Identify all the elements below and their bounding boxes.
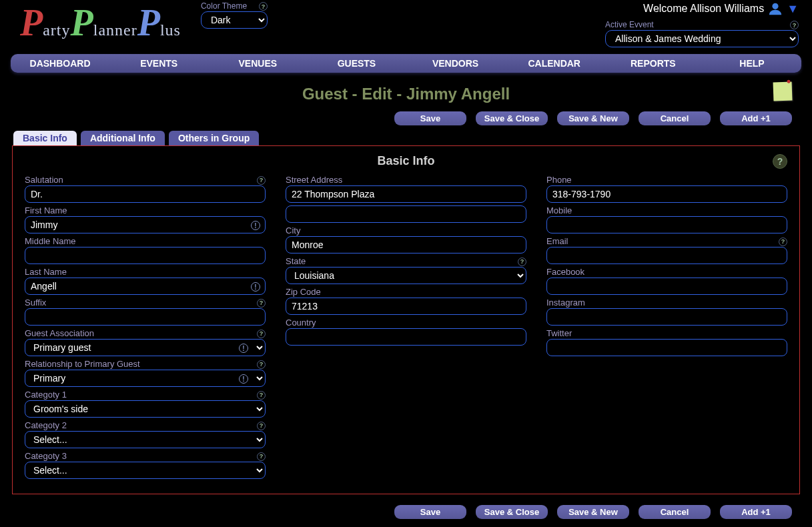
country-input[interactable] [286, 328, 526, 346]
street-address-input[interactable] [286, 185, 526, 203]
mobile-input[interactable] [546, 216, 787, 233]
last-name-input[interactable] [25, 278, 266, 295]
facebook-input[interactable] [546, 278, 787, 295]
middle-name-input[interactable] [25, 247, 266, 264]
add-plus-one-button[interactable]: Add +1 [720, 505, 792, 519]
nav-reports[interactable]: REPORTS [604, 54, 703, 73]
city-input[interactable] [286, 236, 526, 253]
save-new-button[interactable]: Save & New [557, 111, 629, 125]
svg-point-0 [773, 3, 779, 9]
save-close-button[interactable]: Save & Close [476, 111, 548, 125]
nav-events[interactable]: EVENTS [109, 54, 208, 73]
help-icon[interactable]: ? [518, 257, 526, 266]
email-input[interactable] [546, 247, 787, 264]
help-icon[interactable]: ? [259, 2, 268, 11]
nav-calendar[interactable]: CALENDAR [505, 54, 604, 73]
help-icon[interactable]: ? [257, 422, 266, 430]
category-1-select[interactable]: Groom's side [25, 400, 266, 418]
twitter-input[interactable] [546, 339, 787, 356]
zip-code-input[interactable] [286, 298, 526, 315]
nav-guests[interactable]: GUESTS [307, 54, 406, 73]
sticky-note-icon[interactable] [773, 82, 793, 101]
chevron-down-icon[interactable]: ▼ [787, 2, 799, 16]
nav-dashboard[interactable]: DASHBOARD [11, 54, 109, 73]
suffix-input[interactable] [25, 308, 266, 326]
active-event-label: Active Evvent [605, 20, 654, 29]
help-icon[interactable]: ? [773, 154, 787, 169]
relationship-select[interactable]: Primary [25, 370, 266, 387]
main-nav: DASHBOARD EVENTS VENUES GUESTS VENDORS C… [11, 54, 801, 73]
app-logo: Party Planner Plus [20, 1, 181, 44]
help-icon[interactable]: ? [257, 391, 266, 400]
help-icon[interactable]: ? [257, 452, 266, 461]
cancel-button[interactable]: Cancel [639, 111, 711, 125]
help-icon[interactable]: ? [257, 360, 266, 369]
street-address-2-input[interactable] [286, 205, 526, 223]
save-button[interactable]: Save [394, 505, 466, 519]
instagram-input[interactable] [546, 308, 787, 326]
save-button[interactable]: Save [394, 111, 466, 125]
tab-additional-info[interactable]: Additional Info [81, 131, 165, 145]
theme-select[interactable]: Dark [201, 11, 268, 29]
nav-vendors[interactable]: VENDORS [406, 54, 505, 73]
user-icon[interactable] [768, 1, 783, 16]
basic-info-panel: Basic Info ? Salutation? First Name! Mid… [12, 145, 800, 494]
tab-basic-info[interactable]: Basic Info [13, 131, 77, 145]
add-plus-one-button[interactable]: Add +1 [720, 111, 792, 125]
guest-association-select[interactable]: Primary guest [25, 339, 266, 356]
panel-title: Basic Info [377, 154, 434, 168]
page-title: Guest - Edit - Jimmy Angell [0, 85, 812, 103]
save-close-button[interactable]: Save & Close [476, 505, 548, 519]
tab-others-in-group[interactable]: Others in Group [169, 131, 259, 145]
help-icon[interactable]: ? [257, 299, 266, 308]
salutation-input[interactable] [25, 185, 266, 203]
help-icon[interactable]: ? [779, 237, 787, 246]
theme-label: Color Theme [201, 1, 247, 11]
help-icon[interactable]: ? [257, 176, 266, 185]
category-3-select[interactable]: Select... [25, 462, 266, 479]
nav-help[interactable]: HELP [703, 54, 801, 73]
first-name-input[interactable] [25, 216, 266, 233]
welcome-text: Welcome Allison Williams ▼ [643, 1, 799, 16]
phone-input[interactable] [546, 185, 787, 203]
category-2-select[interactable]: Select... [25, 431, 266, 448]
cancel-button[interactable]: Cancel [639, 505, 711, 519]
state-select[interactable]: Louisiana [286, 267, 526, 284]
nav-venues[interactable]: VENUES [208, 54, 307, 73]
save-new-button[interactable]: Save & New [557, 505, 629, 519]
help-icon[interactable]: ? [790, 21, 799, 29]
help-icon[interactable]: ? [257, 330, 266, 338]
active-event-select[interactable]: Allison & James Wedding [605, 30, 799, 47]
